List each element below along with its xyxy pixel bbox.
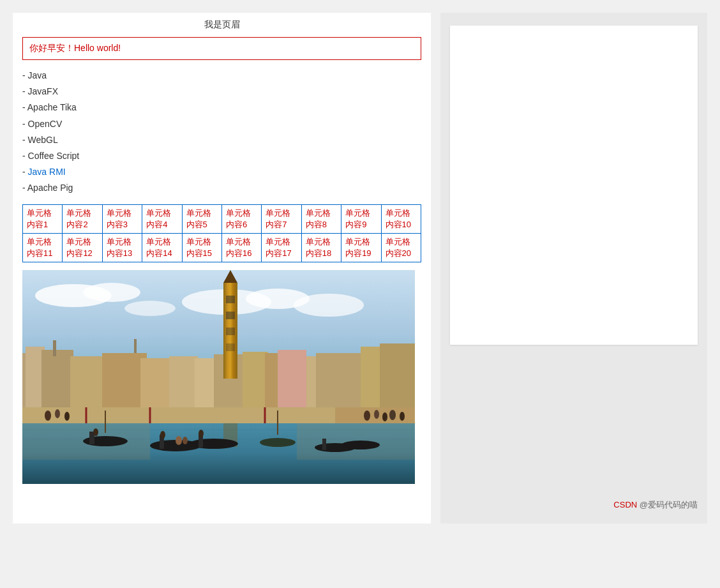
svg-point-57 [199, 430, 204, 437]
table-cell: 单元格内容20 [381, 233, 421, 262]
svg-point-53 [176, 436, 182, 445]
svg-point-64 [64, 412, 70, 421]
svg-point-44 [382, 412, 387, 421]
table-cell: 单元格内容2 [63, 204, 102, 233]
svg-point-63 [55, 409, 60, 418]
svg-point-5 [294, 294, 364, 317]
table-cell: 单元格内容19 [341, 233, 381, 262]
table-cell: 单元格内容15 [182, 233, 221, 262]
watermark-text: @爱码代码的喵 [640, 500, 698, 509]
svg-rect-29 [226, 343, 235, 351]
svg-point-43 [374, 410, 379, 419]
svg-rect-60 [322, 439, 326, 450]
list-item-javarmi[interactable]: - Java RMI [22, 164, 421, 180]
table-cell: 单元格内容3 [102, 204, 142, 233]
main-content: 我是页眉 你好早安！Hello world! - Java - JavaFX -… [13, 13, 431, 524]
svg-point-45 [389, 410, 396, 420]
list-item: - OpenCV [22, 116, 421, 132]
svg-rect-28 [226, 328, 235, 335]
table-cell: 单元格内容4 [142, 204, 182, 233]
svg-point-62 [45, 411, 51, 421]
table-row: 单元格内容1 单元格内容2 单元格内容3 单元格内容4 单元格内容5 单元格内容… [23, 204, 421, 233]
list-item: - Apache Pig [22, 180, 421, 196]
svg-point-61 [260, 438, 296, 447]
csdn-label: CSDN [613, 500, 637, 509]
table-row: 单元格内容11 单元格内容12 单元格内容13 单元格内容14 单元格内容15 … [23, 233, 421, 262]
browser-window: 我是页眉 你好早安！Hello world! - Java - JavaFX -… [13, 13, 707, 524]
table-cell: 单元格内容6 [221, 204, 261, 233]
table-cell: 单元格内容12 [63, 233, 102, 262]
list-item: - JavaFX [22, 84, 421, 100]
svg-point-42 [364, 411, 370, 421]
svg-rect-39 [297, 421, 415, 460]
svg-point-46 [400, 412, 405, 421]
data-table-section: 单元格内容1 单元格内容2 单元格内容3 单元格内容4 单元格内容5 单元格内容… [22, 204, 421, 262]
table-cell: 单元格内容10 [381, 204, 421, 233]
svg-rect-30 [53, 340, 56, 356]
table-cell: 单元格内容11 [23, 233, 63, 262]
content-table: 单元格内容1 单元格内容2 单元格内容3 单元格内容4 单元格内容5 单元格内容… [22, 204, 421, 262]
header-title: 我是页眉 [204, 19, 240, 29]
technology-list: - Java - JavaFX - Apache Tika - OpenCV -… [22, 68, 421, 197]
table-cell: 单元格内容18 [301, 233, 341, 262]
venice-painting [22, 270, 415, 484]
svg-point-6 [124, 301, 176, 316]
right-panel: CSDN @爱码代码的喵 [440, 13, 707, 524]
list-item: - Apache Tika [22, 100, 421, 116]
table-cell: 单元格内容13 [102, 233, 142, 262]
table-cell: 单元格内容17 [262, 233, 301, 262]
svg-rect-31 [134, 339, 137, 353]
right-panel-content [450, 26, 698, 345]
svg-point-52 [160, 431, 165, 439]
svg-rect-26 [226, 296, 235, 303]
table-cell: 单元格内容7 [262, 204, 301, 233]
page-header: 我是页眉 [22, 19, 421, 31]
list-item-coffeescript: - Coffee Script [22, 148, 421, 164]
svg-point-2 [83, 283, 140, 302]
java-rmi-link[interactable]: Java RMI [28, 167, 66, 177]
table-cell: 单元格内容1 [23, 204, 63, 233]
csdn-watermark: CSDN @爱码代码的喵 [613, 499, 698, 511]
venice-image-section [22, 270, 415, 484]
svg-point-54 [183, 437, 188, 444]
svg-rect-27 [226, 312, 235, 319]
svg-point-59 [341, 441, 380, 449]
svg-point-49 [93, 428, 98, 436]
table-cell: 单元格内容16 [221, 233, 261, 262]
list-item: - WebGL [22, 132, 421, 148]
table-cell: 单元格内容8 [301, 204, 341, 233]
table-cell: 单元格内容9 [341, 204, 381, 233]
scene-svg [22, 270, 415, 484]
table-cell: 单元格内容5 [182, 204, 221, 233]
table-cell: 单元格内容14 [142, 233, 182, 262]
list-item: - Java [22, 68, 421, 84]
greeting-box: 你好早安！Hello world! [22, 37, 421, 60]
svg-point-55 [190, 439, 238, 449]
greeting-text: 你好早安！Hello world! [29, 43, 121, 53]
